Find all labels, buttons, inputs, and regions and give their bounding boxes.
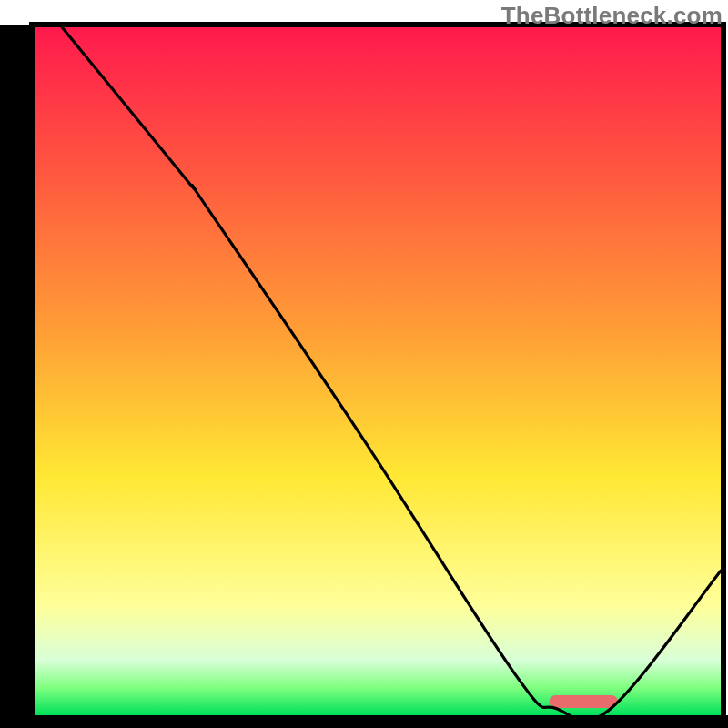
chart-container: TheBottleneck.com bbox=[0, 0, 728, 728]
left-axis-fill bbox=[0, 25, 35, 728]
optimal-range-bar bbox=[550, 695, 618, 708]
plot-background bbox=[35, 27, 721, 715]
bottom-axis-fill bbox=[0, 715, 728, 728]
watermark-text: TheBottleneck.com bbox=[501, 2, 723, 30]
bottleneck-chart bbox=[0, 0, 728, 728]
